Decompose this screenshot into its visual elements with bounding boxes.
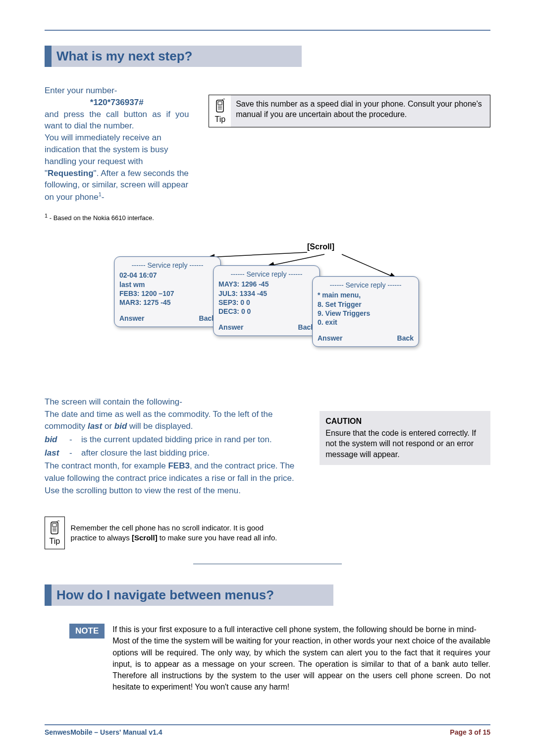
- desc-l2b: will be displayed.: [127, 421, 193, 431]
- page-footer: SenwesMobile – Users' Manual v1.4 Page 3…: [45, 724, 490, 736]
- tip2-icon-cell: Tip: [45, 517, 65, 549]
- phone2-softkeys: Answer Back: [218, 323, 315, 332]
- tip1-label: Tip: [214, 115, 225, 124]
- note-row: NOTE If this is your first exposure to a…: [45, 624, 490, 693]
- caution-box: CAUTION Ensure that the code is entered …: [320, 411, 490, 465]
- def-last-key: last: [45, 447, 64, 460]
- section1-title: What is my next step?: [52, 46, 302, 67]
- def-bid-val: is the current updated bidding price in …: [81, 434, 272, 446]
- page: What is my next step? Enter your number-…: [0, 0, 535, 756]
- tip2-scroll-word: [Scroll]: [132, 533, 158, 542]
- requesting-word: Requesting: [48, 169, 94, 178]
- phone1-line-1: last wm: [119, 280, 215, 289]
- tip2-label: Tip: [49, 537, 60, 546]
- def-bid-row: bid - is the current updated bidding pri…: [45, 434, 300, 446]
- phone1-header: ------ Service reply ------: [119, 261, 215, 270]
- tip2-body-b: to make sure you have read all info.: [158, 533, 277, 542]
- title-accent: [45, 46, 52, 67]
- mid-rule-wrap: [45, 563, 490, 565]
- tip1-icon-cell: Tip: [209, 95, 231, 127]
- desc-bid-word: bid: [114, 421, 127, 431]
- phones-figure: [Scroll] ------ Service reply ------ 02-…: [45, 242, 490, 361]
- def-last-dash: -: [69, 447, 76, 460]
- phone3-lines: * main menu, 8. Set Trigger 9. View Trig…: [318, 291, 414, 327]
- phone3-answer[interactable]: Answer: [318, 334, 343, 343]
- note-chip: NOTE: [69, 624, 105, 639]
- note-body: If this is your first exposure to a full…: [112, 624, 490, 693]
- desc-l4: Use the scrolling button to view the res…: [45, 485, 300, 497]
- phone-screen-3: ------ Service reply ------ * main menu,…: [312, 276, 419, 347]
- def-last-row: last - after closure the last bidding pr…: [45, 447, 300, 460]
- intro-line2: and press the call button as if you want…: [45, 109, 189, 132]
- intro-left-col: Enter your number- *120*736937# and pres…: [45, 85, 189, 223]
- desc-l3: The contract month, for example FEB3, an…: [45, 460, 300, 484]
- intro-line1: Enter your number-: [45, 85, 189, 97]
- footnote-sup: 1: [45, 213, 48, 219]
- phone-icon: [48, 520, 61, 536]
- tip1-body: Save this number as a speed dial in your…: [231, 95, 490, 127]
- phone2-answer[interactable]: Answer: [218, 323, 244, 332]
- svg-rect-6: [53, 523, 56, 526]
- def-last-val: after closure the last bidding price.: [81, 447, 210, 460]
- section2-title: How do I navigate between menus?: [52, 584, 333, 606]
- def-bid-key: bid: [45, 434, 64, 446]
- title-accent-2: [45, 584, 52, 606]
- intro-right-col: Tip Save this number as a speed dial in …: [209, 85, 490, 127]
- desc-l2: The date and time as well as the commodi…: [45, 408, 300, 433]
- phone3-back[interactable]: Back: [397, 334, 414, 343]
- phone1-lines: 02-04 16:07 last wm FEB3: 1200 –107 MAR3…: [119, 271, 215, 307]
- phone3-header: ------ Service reply ------: [318, 281, 414, 290]
- footnote: 1 - Based on the Nokia 6610 interface.: [45, 212, 189, 223]
- phone2-header: ------ Service reply ------: [218, 270, 315, 279]
- desc-row: The screen will contain the following- T…: [45, 371, 490, 497]
- phone1-line-2: FEB3: 1200 –107: [119, 289, 215, 298]
- phone1-line-3: MAR3: 1275 -45: [119, 298, 215, 307]
- phone1-line-0: 02-04 16:07: [119, 271, 215, 280]
- description: The screen will contain the following- T…: [45, 396, 300, 497]
- phone3-line-1: 8. Set Trigger: [318, 300, 414, 309]
- section1-title-bar: What is my next step?: [45, 46, 490, 67]
- desc-l3a: The contract month, for example: [45, 461, 168, 470]
- intro-columns: Enter your number- *120*736937# and pres…: [45, 85, 490, 223]
- tip-box-2: Tip Remember the cell phone has no scrol…: [45, 517, 282, 549]
- top-rule: [45, 30, 490, 31]
- footer-left: SenwesMobile – Users' Manual v1.4: [45, 728, 162, 736]
- desc-feb3: FEB3: [168, 461, 189, 470]
- phone2-lines: MAY3: 1296 -45 JUL3: 1334 -45 SEP3: 0 0 …: [218, 280, 315, 316]
- phone-icon: [214, 98, 226, 114]
- scroll-label: [Scroll]: [307, 242, 334, 251]
- phone1-answer[interactable]: Answer: [119, 314, 145, 323]
- svg-rect-1: [218, 102, 222, 105]
- dial-code: *120*736937#: [45, 97, 189, 109]
- phone-screen-2: ------ Service reply ------ MAY3: 1296 -…: [213, 265, 320, 336]
- desc-or: or: [102, 421, 114, 431]
- caution-title: CAUTION: [325, 416, 484, 427]
- desc-last-word: last: [88, 421, 102, 431]
- caution-body: Ensure that the code is entered correctl…: [325, 428, 484, 460]
- phone-screen-1: ------ Service reply ------ 02-04 16:07 …: [114, 256, 221, 327]
- phone3-line-0: * main menu,: [318, 291, 414, 299]
- intro-tail: -: [102, 192, 105, 202]
- tip2-body: Remember the cell phone has no scroll in…: [65, 517, 282, 549]
- tip-box-1: Tip Save this number as a speed dial in …: [209, 95, 490, 127]
- def-bid-dash: -: [69, 434, 76, 446]
- mid-rule: [193, 563, 342, 565]
- phone2-line-0: MAY3: 1296 -45: [218, 280, 315, 289]
- phone3-softkeys: Answer Back: [318, 334, 414, 343]
- phone3-line-3: 0. exit: [318, 318, 414, 327]
- phone2-line-2: SEP3: 0 0: [218, 298, 315, 307]
- phone2-line-3: DEC3: 0 0: [218, 307, 315, 316]
- footnote-text: - Based on the Nokia 6610 interface.: [50, 214, 154, 222]
- phone3-line-2: 9. View Triggers: [318, 309, 414, 318]
- section2-title-bar: How do I navigate between menus?: [45, 584, 490, 606]
- footer-right: Page 3 of 15: [450, 728, 490, 736]
- intro-line3: You will immediately receive an indicati…: [45, 132, 189, 203]
- desc-l1: The screen will contain the following-: [45, 396, 300, 408]
- phone1-softkeys: Answer Back: [119, 314, 215, 323]
- phone2-line-1: JUL3: 1334 -45: [218, 289, 315, 298]
